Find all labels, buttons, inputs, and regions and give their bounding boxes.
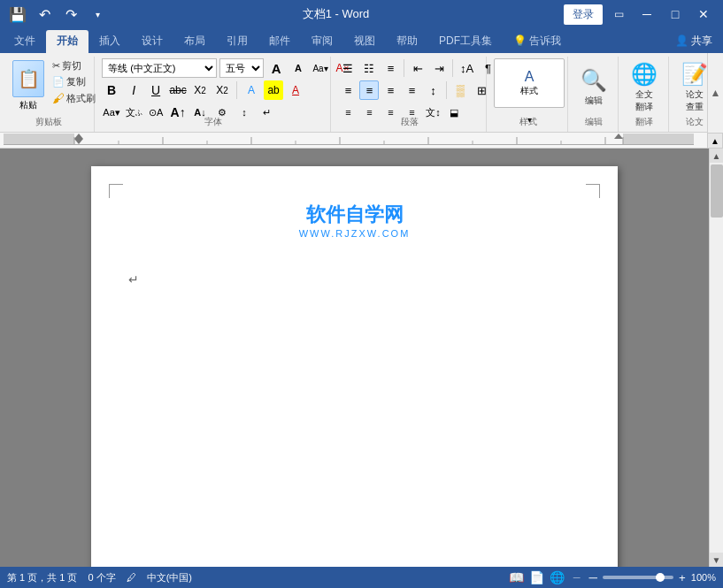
watermark-main-text: 软件自学网 bbox=[127, 202, 582, 228]
font-shrink-button[interactable]: A bbox=[288, 58, 308, 78]
read-mode-button[interactable]: 📖 bbox=[509, 570, 524, 584]
font-color-button[interactable]: A bbox=[286, 80, 305, 100]
tab-mailings[interactable]: 邮件 bbox=[258, 30, 301, 53]
font-row-2: B I U abc X2 X2 A ab A bbox=[102, 80, 305, 100]
paragraph-label: 段落 bbox=[333, 116, 486, 128]
indent-dec-button[interactable]: ⇤ bbox=[408, 58, 427, 78]
paste-button[interactable]: 📋 粘贴 bbox=[9, 58, 48, 113]
font-size-select[interactable]: 五号 初号 小初 一号 小一 二号 小二 三号 小三 四号 小四 六号 七号 bbox=[219, 58, 264, 78]
vertical-scrollbar: ▲ ▼ bbox=[709, 149, 723, 567]
close-button[interactable]: ✕ bbox=[691, 2, 716, 27]
page-corner-top-left bbox=[109, 184, 123, 198]
align-left-button[interactable]: ≡ bbox=[338, 80, 358, 100]
tab-home[interactable]: 开始 bbox=[46, 30, 88, 53]
bullets-button[interactable]: ☰ bbox=[338, 58, 358, 78]
font-grow-button[interactable]: A bbox=[266, 58, 286, 78]
full-translate-label: 全文 翻译 bbox=[635, 88, 653, 113]
document-scroll[interactable]: 软件自学网 WWW.RJZXW.COM ↵ bbox=[0, 149, 709, 567]
tab-help[interactable]: 帮助 bbox=[386, 30, 428, 53]
align-right-button[interactable]: ≡ bbox=[381, 80, 400, 100]
multilevel-button[interactable]: ≡ bbox=[381, 58, 400, 78]
scroll-track[interactable] bbox=[710, 163, 724, 553]
ribbon-group-paragraph: ☰ ☷ ≡ ⇤ ⇥ ↕A ¶ ≡ ≡ ≡ ≡ ↕ ▒ ⊞ ≡ bbox=[333, 57, 487, 132]
format-painter-button[interactable]: 🖌 格式刷 bbox=[50, 90, 98, 106]
tab-review[interactable]: 审阅 bbox=[301, 30, 343, 53]
tab-references[interactable]: 引用 bbox=[216, 30, 258, 53]
login-button[interactable]: 登录 bbox=[564, 4, 603, 25]
svg-rect-3 bbox=[623, 134, 694, 144]
zoom-out-button[interactable]: ─ bbox=[589, 571, 597, 584]
shading-button[interactable]: ▒ bbox=[450, 80, 470, 100]
tab-view[interactable]: 视图 bbox=[343, 30, 386, 53]
underline-button[interactable]: U bbox=[146, 80, 165, 100]
customize-quick-access-button[interactable]: ▾ bbox=[87, 4, 108, 25]
status-right: 📖 📄 🌐 ─ ─ + 100% bbox=[509, 570, 716, 584]
bold-button[interactable]: B bbox=[102, 80, 121, 100]
indent-inc-button[interactable]: ⇥ bbox=[429, 58, 449, 78]
font-row-1: 等线 (中文正文) 五号 初号 小初 一号 小一 二号 小二 三号 小三 四号 … bbox=[102, 58, 352, 78]
tab-design[interactable]: 设计 bbox=[131, 30, 173, 53]
save-button[interactable]: 💾 bbox=[7, 4, 28, 25]
ribbon-group-editing: 🔍 编辑 编辑 bbox=[570, 57, 619, 132]
status-bar: 第 1 页，共 1 页 0 个字 🖊 中文(中国) 📖 📄 🌐 ─ ─ + 10… bbox=[0, 567, 723, 588]
zoom-thumb[interactable] bbox=[656, 573, 665, 582]
zoom-in-button[interactable]: + bbox=[679, 571, 686, 584]
justify-button[interactable]: ≡ bbox=[402, 80, 421, 100]
tab-layout[interactable]: 布局 bbox=[173, 30, 216, 53]
restore-ribbon-button[interactable]: ▭ bbox=[606, 2, 631, 27]
styles-gallery-button[interactable]: A 样式 bbox=[494, 58, 565, 108]
cut-button[interactable]: ✂ 剪切 bbox=[50, 58, 98, 73]
track-changes-icon: 🖊 bbox=[127, 572, 136, 583]
full-translate-button[interactable]: 🌐 全文 翻译 bbox=[626, 58, 663, 117]
title-bar-title: 文档1 - Word bbox=[108, 6, 564, 22]
tab-pdf[interactable]: PDF工具集 bbox=[428, 30, 503, 53]
scroll-down-button[interactable]: ▼ bbox=[710, 553, 724, 567]
redo-button[interactable]: ↷ bbox=[60, 4, 81, 25]
align-center-button[interactable]: ≡ bbox=[359, 80, 379, 100]
change-case-button[interactable]: Aa▾ bbox=[311, 58, 330, 78]
para-row-2: ≡ ≡ ≡ ≡ ↕ ▒ ⊞ bbox=[338, 80, 491, 100]
ribbon-group-clipboard: 📋 粘贴 ✂ 剪切 📄 复制 🖌 格式刷 剪贴板 bbox=[4, 57, 95, 132]
document-page[interactable]: 软件自学网 WWW.RJZXW.COM ↵ bbox=[91, 166, 618, 567]
clipboard-small-buttons: ✂ 剪切 📄 复制 🖌 格式刷 bbox=[50, 58, 98, 106]
font-family-select[interactable]: 等线 (中文正文) bbox=[102, 58, 217, 78]
maximize-button[interactable]: □ bbox=[663, 2, 688, 27]
ruler-toggle-button[interactable]: ▲ bbox=[707, 133, 723, 149]
undo-button[interactable]: ↶ bbox=[34, 4, 55, 25]
tab-insert[interactable]: 插入 bbox=[88, 30, 131, 53]
paste-label: 粘贴 bbox=[19, 99, 37, 111]
sort-button[interactable]: ↕A bbox=[457, 58, 476, 78]
share-button[interactable]: 👤 共享 bbox=[665, 30, 723, 53]
ribbon-expand-button[interactable]: ▲ bbox=[707, 53, 723, 133]
strikethrough-button[interactable]: abc bbox=[168, 80, 188, 100]
print-layout-button[interactable]: 📄 bbox=[529, 570, 544, 584]
title-bar-left: 💾 ↶ ↷ ▾ bbox=[7, 4, 108, 25]
text-highlight-button[interactable]: ab bbox=[264, 80, 283, 100]
para-row-1: ☰ ☷ ≡ ⇤ ⇥ ↕A ¶ bbox=[338, 58, 497, 78]
scroll-up-button[interactable]: ▲ bbox=[710, 149, 724, 163]
ribbon-group-styles: A 样式 ▾ 样式 bbox=[488, 57, 568, 132]
minimize-button[interactable]: ─ bbox=[635, 2, 659, 27]
page-info: 第 1 页，共 1 页 bbox=[7, 571, 77, 584]
subscript-button[interactable]: X2 bbox=[190, 80, 210, 100]
italic-button[interactable]: I bbox=[124, 80, 143, 100]
styles-icon: A bbox=[525, 69, 535, 85]
tab-tell-me[interactable]: 💡 告诉我 bbox=[503, 30, 572, 53]
web-layout-button[interactable]: 🌐 bbox=[550, 570, 565, 584]
numbering-button[interactable]: ☷ bbox=[359, 58, 379, 78]
line-spacing-button[interactable]: ↕ bbox=[423, 80, 442, 100]
tab-file[interactable]: 文件 bbox=[4, 30, 46, 53]
paste-icon: 📋 bbox=[12, 60, 44, 97]
scroll-thumb[interactable] bbox=[711, 164, 723, 218]
editing-icon: 🔍 bbox=[581, 68, 607, 93]
zoom-slider[interactable] bbox=[603, 576, 673, 579]
thesis-icon: 📝 bbox=[681, 62, 708, 87]
superscript-button[interactable]: X2 bbox=[212, 80, 232, 100]
font-label: 字体 bbox=[96, 116, 330, 128]
format-painter-icon: 🖌 bbox=[52, 91, 65, 105]
editing-button[interactable]: 🔍 编辑 bbox=[575, 65, 612, 111]
page-watermark: 软件自学网 WWW.RJZXW.COM bbox=[127, 202, 582, 239]
text-effect-button[interactable]: A bbox=[242, 80, 261, 100]
thesis-label: 论文 查重 bbox=[686, 88, 704, 113]
copy-button[interactable]: 📄 复制 bbox=[50, 74, 98, 89]
